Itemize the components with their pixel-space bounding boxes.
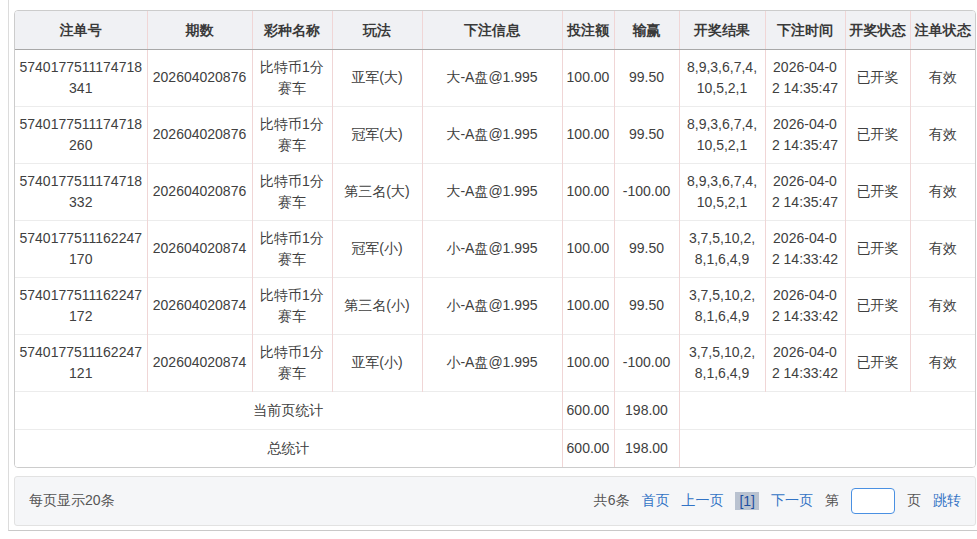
cell-lottery: 比特币1分赛车 bbox=[252, 277, 332, 334]
cell-draw-status: 已开奖 bbox=[845, 106, 910, 163]
cell-play: 冠军(大) bbox=[332, 106, 422, 163]
pager: 共6条 首页 上一页 [1] 下一页 第 页 跳转 bbox=[594, 488, 961, 514]
cell-amount: 100.00 bbox=[562, 277, 614, 334]
cell-win-loss: 99.50 bbox=[614, 220, 679, 277]
header-bet-time: 下注时间 bbox=[765, 11, 845, 49]
total-count-label: 共6条 bbox=[594, 492, 630, 510]
cell-period: 202604020876 bbox=[147, 163, 252, 220]
cell-bet-info: 小-A盘@1.995 bbox=[422, 220, 562, 277]
table-body: 5740177511174718341 202604020876 比特币1分赛车… bbox=[15, 49, 975, 467]
table-row: 5740177511162247170 202604020874 比特币1分赛车… bbox=[15, 220, 975, 277]
bet-records-table: 注单号 期数 彩种名称 玩法 下注信息 投注额 输赢 开奖结果 下注时间 开奖状… bbox=[15, 11, 975, 467]
cell-period: 202604020874 bbox=[147, 220, 252, 277]
cell-order-status: 有效 bbox=[910, 334, 975, 391]
prev-page-link[interactable]: 上一页 bbox=[681, 492, 723, 510]
page-summary-spacer bbox=[679, 391, 975, 429]
cell-draw-status: 已开奖 bbox=[845, 334, 910, 391]
header-bet-info: 下注信息 bbox=[422, 11, 562, 49]
cell-order-status: 有效 bbox=[910, 106, 975, 163]
cell-bet-time: 2026-04-02 14:35:47 bbox=[765, 106, 845, 163]
cell-period: 202604020876 bbox=[147, 49, 252, 106]
cell-bet-id: 5740177511162247170 bbox=[15, 220, 147, 277]
cell-result: 3,7,5,10,2,8,1,6,4,9 bbox=[679, 277, 765, 334]
cell-win-loss: 99.50 bbox=[614, 106, 679, 163]
cell-bet-time: 2026-04-02 14:33:42 bbox=[765, 277, 845, 334]
cell-amount: 100.00 bbox=[562, 334, 614, 391]
cell-draw-status: 已开奖 bbox=[845, 277, 910, 334]
cell-result: 3,7,5,10,2,8,1,6,4,9 bbox=[679, 334, 765, 391]
total-summary-amount: 600.00 bbox=[562, 429, 614, 467]
page-summary-amount: 600.00 bbox=[562, 391, 614, 429]
cell-draw-status: 已开奖 bbox=[845, 220, 910, 277]
table-row: 5740177511162247172 202604020874 比特币1分赛车… bbox=[15, 277, 975, 334]
jump-button[interactable]: 跳转 bbox=[933, 492, 961, 510]
cell-result: 8,9,3,6,7,4,10,5,2,1 bbox=[679, 106, 765, 163]
table-row: 5740177511162247121 202604020874 比特币1分赛车… bbox=[15, 334, 975, 391]
cell-win-loss: -100.00 bbox=[614, 334, 679, 391]
header-draw-status: 开奖状态 bbox=[845, 11, 910, 49]
cell-draw-status: 已开奖 bbox=[845, 163, 910, 220]
page-summary-win-loss: 198.00 bbox=[614, 391, 679, 429]
cell-amount: 100.00 bbox=[562, 106, 614, 163]
jump-prefix-label: 第 bbox=[825, 492, 839, 510]
page-number-input[interactable] bbox=[851, 488, 895, 514]
total-summary-spacer bbox=[679, 429, 975, 467]
cell-lottery: 比特币1分赛车 bbox=[252, 334, 332, 391]
cell-bet-time: 2026-04-02 14:33:42 bbox=[765, 220, 845, 277]
cell-play: 亚军(小) bbox=[332, 334, 422, 391]
cell-bet-info: 大-A盘@1.995 bbox=[422, 106, 562, 163]
next-page-link[interactable]: 下一页 bbox=[771, 492, 813, 510]
cell-bet-info: 大-A盘@1.995 bbox=[422, 163, 562, 220]
cell-win-loss: 99.50 bbox=[614, 49, 679, 106]
current-page-indicator: [1] bbox=[735, 492, 759, 510]
cell-order-status: 有效 bbox=[910, 163, 975, 220]
cell-amount: 100.00 bbox=[562, 49, 614, 106]
jump-suffix-label: 页 bbox=[907, 492, 921, 510]
first-page-link[interactable]: 首页 bbox=[641, 492, 669, 510]
per-page-label: 每页显示20条 bbox=[29, 492, 115, 510]
cell-amount: 100.00 bbox=[562, 163, 614, 220]
header-win-loss: 输赢 bbox=[614, 11, 679, 49]
cell-bet-id: 5740177511174718341 bbox=[15, 49, 147, 106]
cell-lottery: 比特币1分赛车 bbox=[252, 163, 332, 220]
cell-lottery: 比特币1分赛车 bbox=[252, 49, 332, 106]
cell-lottery: 比特币1分赛车 bbox=[252, 106, 332, 163]
cell-lottery: 比特币1分赛车 bbox=[252, 220, 332, 277]
cell-result: 3,7,5,10,2,8,1,6,4,9 bbox=[679, 220, 765, 277]
cell-amount: 100.00 bbox=[562, 220, 614, 277]
header-period: 期数 bbox=[147, 11, 252, 49]
header-play: 玩法 bbox=[332, 11, 422, 49]
cell-play: 亚军(大) bbox=[332, 49, 422, 106]
cell-bet-id: 5740177511162247121 bbox=[15, 334, 147, 391]
cell-order-status: 有效 bbox=[910, 49, 975, 106]
cell-period: 202604020874 bbox=[147, 277, 252, 334]
header-bet-id: 注单号 bbox=[15, 11, 147, 49]
cell-win-loss: -100.00 bbox=[614, 163, 679, 220]
total-summary-win-loss: 198.00 bbox=[614, 429, 679, 467]
cell-period: 202604020876 bbox=[147, 106, 252, 163]
cell-bet-time: 2026-04-02 14:35:47 bbox=[765, 49, 845, 106]
cell-bet-info: 小-A盘@1.995 bbox=[422, 334, 562, 391]
cell-bet-id: 5740177511174718260 bbox=[15, 106, 147, 163]
header-result: 开奖结果 bbox=[679, 11, 765, 49]
cell-bet-id: 5740177511162247172 bbox=[15, 277, 147, 334]
table-row: 5740177511174718260 202604020876 比特币1分赛车… bbox=[15, 106, 975, 163]
cell-play: 冠军(小) bbox=[332, 220, 422, 277]
page-container: 注单号 期数 彩种名称 玩法 下注信息 投注额 输赢 开奖结果 下注时间 开奖状… bbox=[8, 0, 977, 531]
cell-win-loss: 99.50 bbox=[614, 277, 679, 334]
cell-bet-id: 5740177511174718332 bbox=[15, 163, 147, 220]
cell-result: 8,9,3,6,7,4,10,5,2,1 bbox=[679, 163, 765, 220]
header-lottery: 彩种名称 bbox=[252, 11, 332, 49]
cell-bet-time: 2026-04-02 14:33:42 bbox=[765, 334, 845, 391]
total-summary-row: 总统计 600.00 198.00 bbox=[15, 429, 975, 467]
cell-bet-info: 大-A盘@1.995 bbox=[422, 49, 562, 106]
cell-play: 第三名(小) bbox=[332, 277, 422, 334]
table-row: 5740177511174718341 202604020876 比特币1分赛车… bbox=[15, 49, 975, 106]
table-row: 5740177511174718332 202604020876 比特币1分赛车… bbox=[15, 163, 975, 220]
pagination-bar: 每页显示20条 共6条 首页 上一页 [1] 下一页 第 页 跳转 bbox=[14, 476, 976, 526]
cell-draw-status: 已开奖 bbox=[845, 49, 910, 106]
header-row: 注单号 期数 彩种名称 玩法 下注信息 投注额 输赢 开奖结果 下注时间 开奖状… bbox=[15, 11, 975, 49]
total-summary-label: 总统计 bbox=[15, 429, 562, 467]
header-amount: 投注额 bbox=[562, 11, 614, 49]
bet-records-table-wrap: 注单号 期数 彩种名称 玩法 下注信息 投注额 输赢 开奖结果 下注时间 开奖状… bbox=[14, 10, 976, 468]
